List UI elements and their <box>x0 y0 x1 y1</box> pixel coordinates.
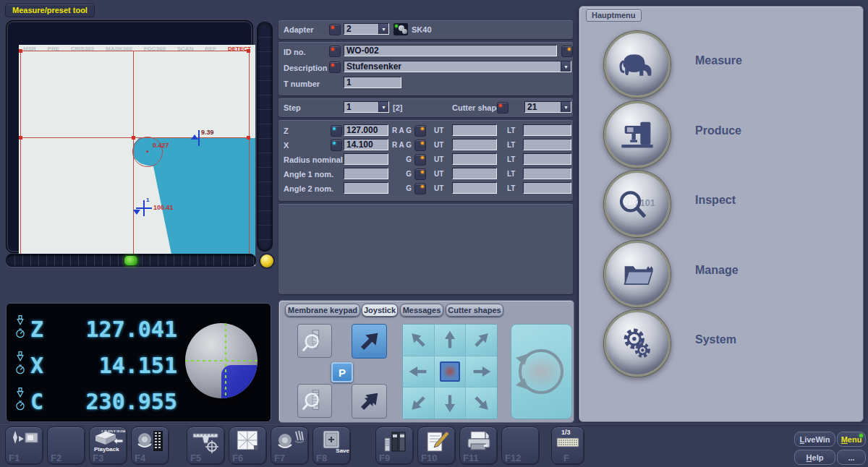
menu-item-manage[interactable]: Manage <box>594 241 847 307</box>
fkey-label: F3 <box>93 453 103 463</box>
menu-item-system[interactable]: System <box>594 310 847 377</box>
help-button[interactable]: Help <box>794 450 835 465</box>
row-angle1-input[interactable] <box>344 168 388 179</box>
illumination-led-button[interactable] <box>259 253 275 269</box>
spindle-rotate-pad[interactable] <box>511 324 572 419</box>
slider-handle[interactable] <box>124 255 138 266</box>
fkey-f3[interactable]: Z 26.876 X 18.234 Playback F3 <box>89 427 127 465</box>
row-z-g-button[interactable] <box>414 125 426 137</box>
jog-down[interactable] <box>435 387 466 419</box>
chevron-down-icon[interactable]: ▼ <box>378 102 388 112</box>
row-z-input[interactable] <box>344 124 388 136</box>
row-angle1-ut-input[interactable] <box>452 168 497 179</box>
fkey-f7[interactable]: F7 <box>271 427 309 465</box>
chevron-down-icon[interactable]: ▼ <box>561 102 571 112</box>
fkey-f11[interactable]: F11 <box>459 427 498 465</box>
row-radius-ut-input[interactable] <box>452 153 497 165</box>
menu-button[interactable]: Menu <box>837 432 866 447</box>
jog-right[interactable] <box>466 356 497 387</box>
row-angle1-lt-input[interactable] <box>523 168 571 179</box>
livewin-button[interactable]: LiveWin <box>794 432 835 447</box>
fkey-f4[interactable]: F4 <box>131 427 169 465</box>
jog-left[interactable] <box>403 356 434 387</box>
menu-item-measure[interactable]: Measure <box>594 31 847 98</box>
row-x-ut-input[interactable] <box>452 139 497 150</box>
frame-dot <box>132 136 135 140</box>
fkey-f2[interactable]: F2 <box>47 427 85 465</box>
cutter-shape-select[interactable]: 21 ▼ <box>524 101 571 113</box>
row-radius-lt-input[interactable] <box>523 153 571 165</box>
tab-cutter-shapes[interactable]: Cutter shapes <box>446 304 503 317</box>
jog-direction-up-button[interactable] <box>352 324 387 359</box>
jog-direction-alt-button[interactable] <box>352 384 387 419</box>
jog-center[interactable] <box>435 356 466 387</box>
row-angle1-g-button[interactable] <box>414 168 426 180</box>
tool-icon <box>15 351 25 361</box>
row-x-lt-input[interactable] <box>523 139 571 150</box>
id-action-button[interactable] <box>561 46 573 57</box>
fkey-f12[interactable]: F12 <box>501 427 540 465</box>
folder-icon[interactable] <box>604 241 671 307</box>
adapter-block: Adapter 2 ▼ SK40 <box>278 20 573 39</box>
fkey-f5[interactable]: F5 <box>187 427 225 465</box>
fkey-f3-caption: Playback <box>94 446 119 453</box>
fkey-f8[interactable]: Save F8 <box>312 427 351 465</box>
tab-joystick[interactable]: Joystick <box>362 304 398 317</box>
p-button[interactable]: P <box>331 362 353 382</box>
row-radius-g-button[interactable] <box>414 154 426 166</box>
adapter-select[interactable]: 2 ▼ <box>344 23 389 35</box>
row-angle2-g-button[interactable] <box>414 183 426 194</box>
adapter-status-button[interactable] <box>329 24 341 35</box>
tab-messages[interactable]: Messages <box>400 304 443 317</box>
vertical-slider[interactable] <box>257 22 273 252</box>
jog-down-right[interactable] <box>466 387 497 419</box>
machine-icon[interactable] <box>604 101 671 168</box>
jog-up-right[interactable] <box>466 325 497 356</box>
row-angle2-input[interactable] <box>344 182 388 194</box>
row-radius-input[interactable] <box>344 153 388 165</box>
camera-position-slider[interactable] <box>6 254 256 267</box>
joystick-center[interactable] <box>440 361 460 382</box>
description-status-button[interactable] <box>329 61 341 73</box>
tab-membrane-keypad[interactable]: Membrane keypad <box>285 304 360 317</box>
measure-screw-button[interactable] <box>297 384 332 418</box>
menu-item-inspect[interactable]: 0101 010 Inspect <box>594 171 847 237</box>
fkey-label: F2 <box>51 453 61 463</box>
step-select[interactable]: 1 ▼ <box>344 101 389 113</box>
jog-up-left[interactable] <box>403 325 434 356</box>
measure-drill-button[interactable] <box>297 324 332 358</box>
cutter-shape-status-button[interactable] <box>497 102 509 113</box>
jog-down-left[interactable] <box>403 387 434 419</box>
control-panel: Membrane keypad Joystick Messages Cutter… <box>278 300 574 423</box>
gears-icon[interactable] <box>604 310 671 377</box>
row-x-input[interactable] <box>344 139 388 150</box>
fkey-page[interactable]: 1/3 F <box>551 427 584 465</box>
chevron-down-icon[interactable]: ▼ <box>378 24 388 34</box>
row-z-flags: R A G <box>391 127 412 134</box>
menu-item-produce[interactable]: Produce <box>594 101 847 168</box>
magnifier-binary-icon[interactable]: 0101 010 <box>604 171 671 237</box>
screw-magnifier-icon <box>301 388 328 414</box>
t-number-input[interactable] <box>344 77 401 88</box>
fkey-f9[interactable]: F9 <box>375 427 414 465</box>
fkey-f6[interactable]: F6 <box>229 427 267 465</box>
more-button[interactable]: ... <box>837 450 866 465</box>
row-z-ref-button[interactable] <box>331 125 342 137</box>
radius-annotation: 0.427 <box>153 142 169 149</box>
fkey-f1[interactable]: F1 <box>5 427 43 465</box>
fkey-f10[interactable]: F10 <box>417 427 456 465</box>
chevron-down-icon[interactable]: ▼ <box>561 61 571 72</box>
row-angle2-ut-input[interactable] <box>452 182 497 194</box>
row-angle2-lt-input[interactable] <box>523 182 571 194</box>
row-z-lt-input[interactable] <box>523 124 571 136</box>
id-input[interactable] <box>344 45 557 56</box>
fkey-label: F12 <box>505 453 521 463</box>
jog-up[interactable] <box>435 325 466 356</box>
row-x-ref-button[interactable] <box>331 140 342 151</box>
description-select[interactable]: Stufensenker ▼ <box>344 61 571 72</box>
elephant-icon[interactable] <box>604 31 671 98</box>
id-status-button[interactable] <box>329 46 341 57</box>
row-z-ut-input[interactable] <box>452 124 497 136</box>
arrow-up-right-icon <box>351 383 388 420</box>
row-x-g-button[interactable] <box>414 140 426 151</box>
